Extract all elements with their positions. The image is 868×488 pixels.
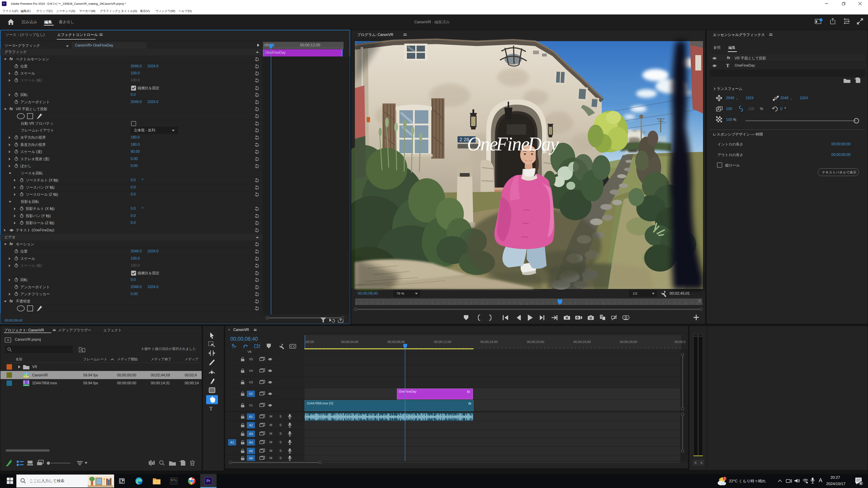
svg-text:1: 1: [724, 477, 725, 480]
svg-text:6: 6: [860, 482, 862, 485]
svg-text:C:\_: C:\_: [171, 479, 177, 482]
